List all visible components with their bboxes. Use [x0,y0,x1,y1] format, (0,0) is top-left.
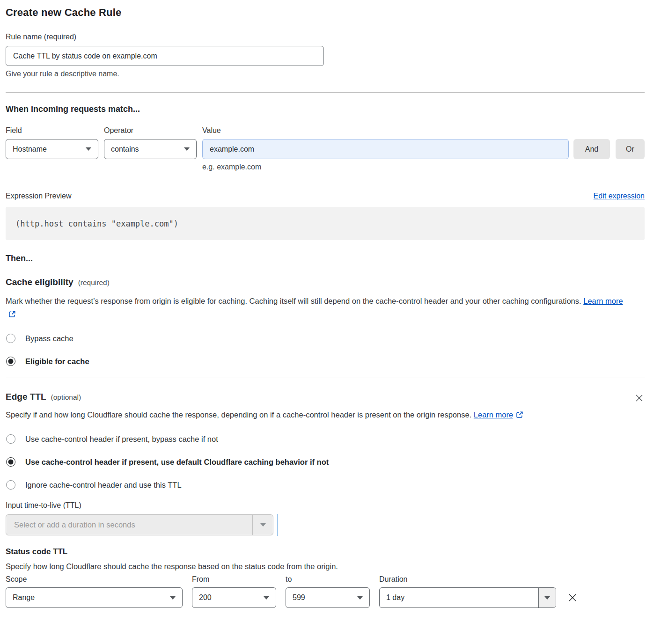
close-icon[interactable] [567,593,578,603]
field-select[interactable]: Hostname [6,139,98,159]
scope-select[interactable]: Range [6,587,183,608]
cache-eligibility-description-text: Mark whether the request’s response from… [6,297,581,305]
radio-option-use-header-default[interactable]: Use cache-control header if present, use… [6,455,645,468]
edge-ttl-options: Use cache-control header if present, byp… [6,432,645,491]
ttl-select-placeholder: Select or add a duration in seconds [6,515,252,535]
expression-code: (http.host contains "example.com") [15,219,178,228]
create-cache-rule-form: Create new Cache Rule Rule name (require… [6,0,645,608]
expression-code-block: (http.host contains "example.com") [6,207,645,240]
chevron-down-icon[interactable] [252,515,273,535]
close-icon[interactable] [635,394,644,402]
value-label: Value [202,126,221,135]
radio-option-label: Use cache-control header if present, byp… [25,435,218,444]
match-heading: When incoming requests match... [6,104,645,114]
status-code-ttl-description: Specify how long Cloudflare should cache… [6,562,645,571]
duration-select[interactable]: 1 day [379,587,556,608]
operator-select-value: contains [111,145,139,154]
radio-unselected-icon[interactable] [6,334,15,343]
scope-label: Scope [6,575,192,584]
ttl-duration-select[interactable]: Select or add a duration in seconds [6,514,273,535]
ttl-input-label: Input time-to-live (TTL) [6,501,645,510]
chevron-down-icon [86,147,91,151]
chevron-down-icon [357,596,363,600]
radio-unselected-icon[interactable] [6,480,15,490]
value-help: e.g. example.com [202,163,645,171]
cache-eligibility-description: Mark whether the request’s response from… [6,294,633,322]
operator-select[interactable]: contains [104,139,197,159]
scope-select-value: Range [13,593,35,602]
rule-name-help: Give your rule a descriptive name. [6,70,645,78]
radio-unselected-icon[interactable] [6,434,15,444]
edit-expression-link[interactable]: Edit expression [594,192,645,200]
edge-ttl-optional: (optional) [51,393,81,402]
and-button[interactable]: And [573,139,610,159]
cache-eligibility-title: Cache eligibility [6,277,73,287]
to-select-value: 599 [293,593,305,602]
then-heading: Then... [6,254,645,263]
radio-option-label: Use cache-control header if present, use… [25,458,329,467]
from-select[interactable]: 200 [192,587,276,608]
radio-selected-icon[interactable] [6,457,15,467]
external-link-icon [516,409,523,422]
status-code-ttl-title: Status code TTL [6,547,645,556]
chevron-down-icon [170,596,176,600]
radio-option-use-header-bypass[interactable]: Use cache-control header if present, byp… [6,432,645,446]
section-divider [6,92,645,93]
text-cursor [277,514,278,536]
duration-label: Duration [379,575,407,584]
external-link-icon [8,308,16,322]
or-button[interactable]: Or [616,139,645,159]
to-select[interactable]: 599 [286,587,370,608]
operator-label: Operator [104,126,202,135]
radio-option-eligible-for-cache[interactable]: Eligible for cache [6,355,645,368]
chevron-down-icon[interactable] [538,588,556,607]
field-label: Field [6,126,104,135]
from-label: From [192,575,286,584]
section-divider [6,378,645,378]
learn-more-link[interactable]: Learn more [474,410,513,419]
radio-selected-icon[interactable] [6,357,15,366]
cache-eligibility-required: (required) [78,278,110,287]
radio-option-label: Eligible for cache [25,357,89,366]
radio-option-ignore-header[interactable]: Ignore cache-control header and use this… [6,478,645,491]
field-select-value: Hostname [13,145,47,154]
edge-ttl-title: Edge TTL [6,392,46,402]
edge-ttl-description-text: Specify if and how long Cloudflare shoul… [6,410,471,419]
edge-ttl-description: Specify if and how long Cloudflare shoul… [6,408,633,422]
radio-option-label: Bypass cache [25,334,73,343]
learn-more-link[interactable]: Learn more [583,297,623,305]
radio-option-bypass-cache[interactable]: Bypass cache [6,332,645,345]
value-input[interactable] [202,139,569,159]
cache-eligibility-options: Bypass cache Eligible for cache [6,332,645,368]
radio-option-label: Ignore cache-control header and use this… [25,481,182,490]
duration-select-value: 1 day [380,588,538,607]
rule-name-input[interactable] [6,46,324,66]
from-select-value: 200 [199,593,212,602]
chevron-down-icon [264,596,269,600]
chevron-down-icon [184,147,190,151]
rule-name-label: Rule name (required) [6,33,645,41]
page-title: Create new Cache Rule [6,7,645,19]
to-label: to [286,575,379,584]
expression-preview-label: Expression Preview [6,192,72,200]
